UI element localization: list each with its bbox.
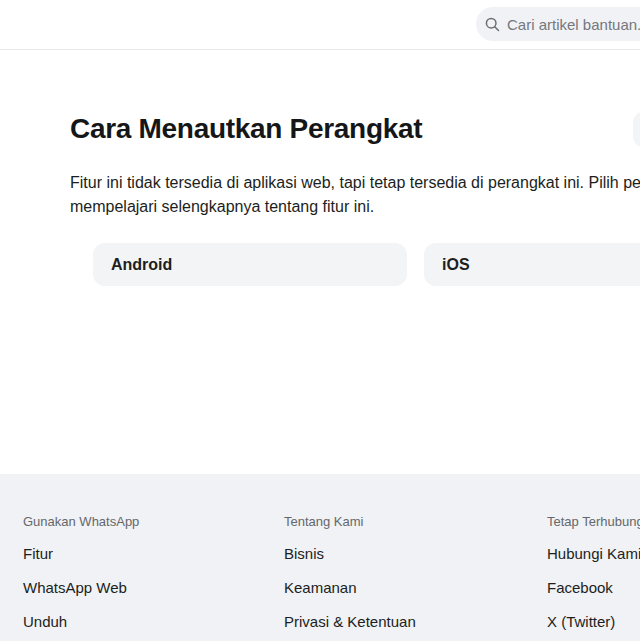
device-tab-android[interactable]: Android	[93, 243, 407, 286]
footer-link-hubungi-kami[interactable]: Hubungi Kami	[547, 546, 640, 561]
footer-link-facebook[interactable]: Facebook	[547, 580, 640, 595]
page-title: Cara Menautkan Perangkat	[70, 112, 422, 146]
search-input[interactable]	[507, 16, 640, 33]
whatsapp-help-page: Cara Menautkan Perangkat Fitur ini tidak…	[0, 0, 640, 641]
footer-link-keamanan[interactable]: Keamanan	[284, 580, 416, 595]
footer-column-gunakan-whatsapp: Gunakan WhatsApp Fitur WhatsApp Web Undu…	[23, 514, 139, 641]
description-line-2: mempelajari selengkapnya tentang fitur i…	[70, 195, 640, 219]
device-selector: Android iOS	[93, 243, 640, 286]
footer-heading-tentang-kami: Tentang Kami	[284, 514, 416, 530]
footer-link-x-twitter[interactable]: X (Twitter)	[547, 614, 640, 629]
footer-link-whatsapp-web[interactable]: WhatsApp Web	[23, 580, 139, 595]
footer-heading-tetap-terhubung: Tetap Terhubung	[547, 514, 640, 530]
article-description: Fitur ini tidak tersedia di aplikasi web…	[70, 171, 640, 218]
page-footer: Gunakan WhatsApp Fitur WhatsApp Web Undu…	[0, 474, 640, 641]
partial-right-edge-button[interactable]	[633, 112, 640, 147]
footer-column-tetap-terhubung: Tetap Terhubung Hubungi Kami Facebook X …	[547, 514, 640, 641]
footer-heading-gunakan-whatsapp: Gunakan WhatsApp	[23, 514, 139, 530]
search-field[interactable]	[476, 7, 640, 41]
search-icon	[485, 17, 500, 32]
description-line-1: Fitur ini tidak tersedia di aplikasi web…	[70, 171, 640, 195]
footer-link-privasi-ketentuan[interactable]: Privasi & Ketentuan	[284, 614, 416, 629]
device-tab-ios[interactable]: iOS	[424, 243, 640, 286]
footer-link-fitur[interactable]: Fitur	[23, 546, 139, 561]
top-navigation-bar	[0, 0, 640, 50]
footer-column-tentang-kami: Tentang Kami Bisnis Keamanan Privasi & K…	[284, 514, 416, 641]
footer-link-bisnis[interactable]: Bisnis	[284, 546, 416, 561]
footer-link-unduh[interactable]: Unduh	[23, 614, 139, 629]
